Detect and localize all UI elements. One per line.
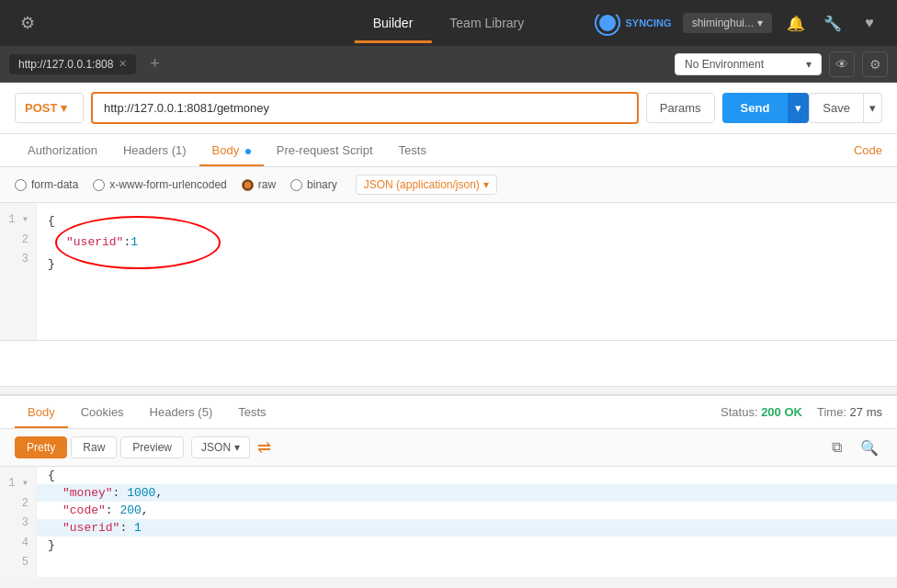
tab-bar: http://127.0.0.1:808 ✕ + No Environment …: [0, 46, 897, 83]
resp-tab-body[interactable]: Body: [15, 396, 68, 428]
req-tabs: Authorization Headers (1) Body Pre-reque…: [0, 134, 897, 167]
url-input[interactable]: [91, 92, 639, 124]
eye-icon[interactable]: 👁: [829, 51, 855, 77]
gear-icon[interactable]: ⚙: [862, 51, 888, 77]
option-urlencoded[interactable]: x-www-form-urlencoded: [93, 178, 226, 191]
tab-tests[interactable]: Tests: [386, 134, 439, 166]
time-label: Time: 27 ms: [817, 405, 882, 419]
request-body-editor-container: 1 ▾ 2 3 { "userid" : 1 }: [0, 203, 897, 341]
resp-line-4: "userid": 1: [37, 519, 897, 537]
view-raw-button[interactable]: Raw: [71, 436, 117, 458]
sync-indicator: SYNCING: [595, 10, 672, 36]
send-dropdown-button[interactable]: ▾: [788, 93, 809, 123]
params-button[interactable]: Params: [646, 93, 715, 123]
add-tab-button[interactable]: +: [143, 53, 165, 75]
wrench-icon[interactable]: 🔧: [820, 10, 846, 36]
option-raw[interactable]: raw: [242, 178, 276, 191]
notification-icon[interactable]: 🔔: [783, 10, 809, 36]
option-binary[interactable]: binary: [290, 178, 337, 191]
resp-code-content: { "money": 1000, "code": 200, "userid": …: [37, 467, 897, 577]
resp-tabs-bar: Body Cookies Headers (5) Tests Status: 2…: [0, 396, 897, 429]
line-numbers: 1 ▾ 2 3: [0, 203, 37, 340]
editor-spacer: [0, 341, 897, 387]
request-body-editor[interactable]: 1 ▾ 2 3 { "userid" : 1 }: [0, 203, 897, 341]
time-value: 27 ms: [850, 405, 882, 419]
status-label: Status: 200 OK: [721, 405, 802, 419]
resp-line-3: "code": 200,: [37, 502, 897, 519]
save-dropdown-button[interactable]: ▾: [864, 93, 882, 123]
view-pretty-button[interactable]: Pretty: [15, 436, 67, 458]
code-link[interactable]: Code: [854, 134, 882, 166]
send-button[interactable]: Send: [722, 93, 789, 123]
body-dot-indicator: [245, 149, 251, 154]
save-button[interactable]: Save: [809, 93, 864, 123]
resp-tab-headers[interactable]: Headers (5): [137, 396, 226, 428]
resp-format-select[interactable]: JSON ▾: [191, 436, 250, 458]
response-area: Body Cookies Headers (5) Tests Status: 2…: [0, 394, 897, 577]
code-line-2: "userid" : 1: [48, 232, 886, 253]
copy-icon[interactable]: ⧉: [823, 435, 849, 460]
heart-icon[interactable]: ♥: [857, 10, 882, 36]
sync-circle-icon: [595, 10, 620, 36]
tab-builder[interactable]: Builder: [355, 3, 432, 43]
request-area: POST ▾ Params Send ▾ Save ▾: [0, 83, 897, 134]
tab-bar-right: No Environment ▾ 👁 ⚙: [675, 51, 888, 77]
status-value: 200 OK: [761, 405, 802, 419]
tab-prerequest[interactable]: Pre-request Script: [264, 134, 386, 166]
search-icon[interactable]: 🔍: [857, 435, 882, 460]
resp-line-5: }: [37, 537, 897, 554]
body-options: form-data x-www-form-urlencoded raw bina…: [0, 167, 897, 203]
resp-status: Status: 200 OK Time: 27 ms: [721, 405, 882, 419]
method-select[interactable]: POST ▾: [15, 93, 84, 123]
filter-icon[interactable]: ⇌: [257, 437, 271, 458]
resp-line-2: "money": 1000,: [37, 484, 897, 502]
top-nav-tabs: Builder Team Library: [355, 3, 543, 43]
request-row: POST ▾ Params Send ▾ Save ▾: [15, 92, 882, 124]
resp-tab-cookies[interactable]: Cookies: [68, 396, 137, 428]
view-preview-button[interactable]: Preview: [120, 436, 184, 458]
resp-view-bar: Pretty Raw Preview JSON ▾ ⇌ ⧉ 🔍: [0, 429, 897, 467]
option-form-data[interactable]: form-data: [15, 178, 78, 191]
user-badge[interactable]: shiminghui... ▾: [683, 13, 772, 33]
json-format-select[interactable]: JSON (application/json) ▾: [356, 175, 497, 195]
resp-line-numbers: 1 ▾ 2 3 4 5: [0, 467, 37, 577]
top-nav-right: SYNCING shiminghui... ▾ 🔔 🔧 ♥: [595, 10, 883, 36]
env-select[interactable]: No Environment ▾: [675, 53, 822, 75]
resp-tab-tests[interactable]: Tests: [225, 396, 278, 428]
code-line-1: {: [48, 210, 886, 232]
resp-line-1: {: [37, 467, 897, 484]
settings-icon[interactable]: ⚙: [15, 10, 40, 36]
tab-headers[interactable]: Headers (1): [110, 134, 199, 166]
resp-code-editor[interactable]: 1 ▾ 2 3 4 5 { "money": 1000, "code": 200…: [0, 467, 897, 577]
resp-actions: ⧉ 🔍: [823, 435, 882, 460]
top-nav-left: ⚙: [15, 10, 40, 36]
send-save-group: Send ▾ Save ▾: [722, 93, 882, 123]
code-content[interactable]: { "userid" : 1 }: [37, 203, 897, 340]
code-line-3: }: [48, 254, 886, 275]
top-nav: ⚙ Builder Team Library SYNCING shiminghu…: [0, 0, 897, 46]
sync-inner-icon: [599, 15, 616, 31]
tab-authorization[interactable]: Authorization: [15, 134, 110, 166]
tab-body[interactable]: Body: [199, 134, 264, 166]
close-tab-icon[interactable]: ✕: [119, 58, 127, 70]
url-tab[interactable]: http://127.0.0.1:808 ✕: [9, 54, 136, 74]
tab-team-library[interactable]: Team Library: [431, 3, 542, 43]
